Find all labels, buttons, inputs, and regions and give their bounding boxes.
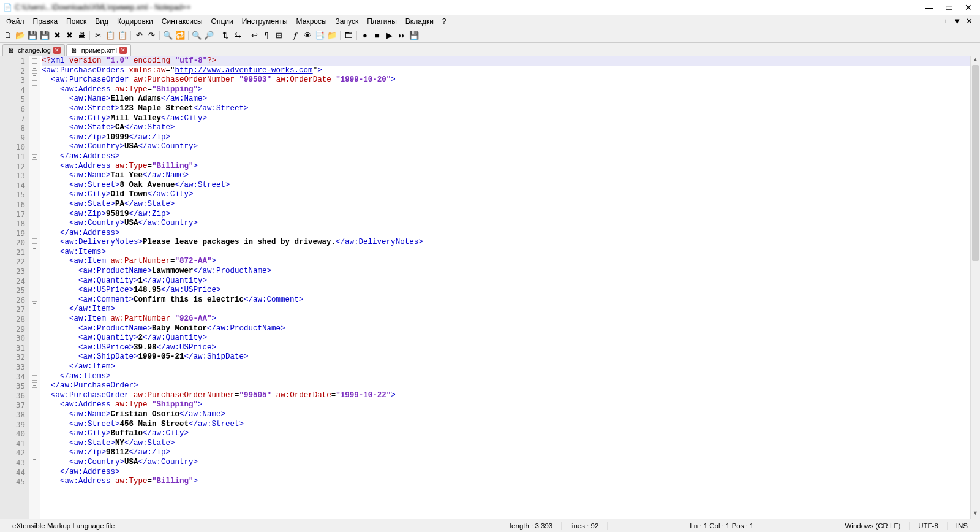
fold-toggle[interactable]: −: [32, 58, 37, 64]
fold-column[interactable]: −−−− − −− − −− −: [29, 56, 40, 519]
scroll-up-arrow[interactable]: ▲: [971, 56, 980, 65]
maximize-button[interactable]: ▭: [944, 3, 953, 12]
menu-файл[interactable]: Файл: [2, 16, 28, 27]
line-number[interactable]: 15: [0, 190, 25, 200]
menu-плагины[interactable]: Плагины: [363, 16, 401, 27]
new-file-icon[interactable]: 🗋: [2, 30, 13, 41]
line-number[interactable]: 27: [0, 305, 25, 314]
menu-опции[interactable]: Опции: [208, 16, 237, 27]
line-number[interactable]: 34: [0, 372, 25, 382]
menu-поиск[interactable]: Поиск: [62, 16, 90, 27]
copy-icon[interactable]: 📋: [105, 30, 116, 41]
code-line[interactable]: <aw:Name>Cristian Osorio</aw:Name>: [42, 410, 970, 420]
code-line[interactable]: <aw:Street>8 Oak Avenue</aw:Street>: [42, 181, 970, 191]
line-number[interactable]: 32: [0, 352, 25, 362]
line-number[interactable]: 12: [0, 162, 25, 172]
code-line[interactable]: <aw:USPrice>148.95</aw:USPrice>: [42, 286, 970, 295]
code-line[interactable]: </aw:Item>: [42, 305, 970, 314]
code-line[interactable]: <?xml version="1.0" encoding="utf-8"?>: [42, 56, 970, 66]
code-line[interactable]: <aw:City>Buffalo</aw:City>: [42, 429, 970, 439]
line-number[interactable]: 30: [0, 333, 25, 343]
code-line[interactable]: <aw:Item aw:PartNumber="872-AA">: [42, 257, 970, 267]
menu-синтаксисы[interactable]: Синтаксисы: [158, 16, 206, 27]
plus-icon[interactable]: +: [944, 17, 949, 26]
fold-toggle[interactable]: −: [32, 238, 37, 244]
fold-toggle[interactable]: −: [32, 80, 37, 86]
line-number[interactable]: 9: [0, 133, 25, 143]
record-macro-icon[interactable]: ●: [360, 30, 371, 41]
code-line[interactable]: </aw:Address>: [42, 229, 970, 238]
zoom-in-icon[interactable]: 🔍: [191, 30, 202, 41]
line-number[interactable]: 42: [0, 448, 25, 458]
line-number[interactable]: 31: [0, 343, 25, 353]
line-number[interactable]: 2: [0, 66, 25, 76]
tab-close-icon[interactable]: ✕: [119, 47, 127, 54]
code-line[interactable]: <aw:PurchaseOrders xmlns:aw="http://www.…: [42, 66, 970, 76]
close-icon[interactable]: ✖: [51, 30, 62, 41]
lang-icon[interactable]: 𝒇: [290, 30, 301, 41]
line-number[interactable]: 4: [0, 85, 25, 95]
code-line[interactable]: <aw:Address aw:Type="Billing">: [42, 477, 970, 487]
line-number[interactable]: 24: [0, 276, 25, 286]
undo-icon[interactable]: ↶: [134, 30, 145, 41]
print-icon[interactable]: 🖶: [76, 30, 87, 41]
code-line[interactable]: <aw:Name>Tai Yee</aw:Name>: [42, 171, 970, 181]
code-line[interactable]: <aw:State>NY</aw:State>: [42, 439, 970, 449]
line-number-gutter[interactable]: 1234567891011121314151617181920212223242…: [0, 56, 29, 519]
function-list-icon[interactable]: 📑: [314, 30, 325, 41]
close-window-button[interactable]: ✕: [964, 3, 973, 12]
save-icon[interactable]: 💾: [27, 30, 38, 41]
menu-инструменты[interactable]: Инструменты: [238, 16, 292, 27]
line-number[interactable]: 25: [0, 286, 25, 295]
code-line[interactable]: <aw:Country>USA</aw:Country>: [42, 142, 970, 152]
scroll-down-arrow[interactable]: ▼: [971, 510, 980, 519]
line-number[interactable]: 7: [0, 114, 25, 124]
fold-toggle[interactable]: −: [32, 154, 37, 160]
line-number[interactable]: 16: [0, 200, 25, 210]
minimize-button[interactable]: —: [925, 3, 933, 12]
save-macro-icon[interactable]: 💾: [409, 30, 420, 41]
code-line[interactable]: <aw:Quantity>1</aw:Quantity>: [42, 276, 970, 286]
code-line[interactable]: </aw:Address>: [42, 468, 970, 477]
menu-?[interactable]: ?: [439, 16, 450, 27]
code-line[interactable]: </aw:Items>: [42, 372, 970, 382]
code-line[interactable]: <aw:City>Old Town</aw:City>: [42, 190, 970, 200]
code-line[interactable]: </aw:Address>: [42, 152, 970, 162]
line-number[interactable]: 36: [0, 391, 25, 401]
status-eol[interactable]: Windows (CR LF): [837, 522, 910, 530]
code-line[interactable]: <aw:Address aw:Type="Shipping">: [42, 400, 970, 410]
line-number[interactable]: 35: [0, 381, 25, 391]
menu-вид[interactable]: Вид: [91, 16, 112, 27]
line-number[interactable]: 21: [0, 248, 25, 257]
fold-toggle[interactable]: −: [32, 73, 37, 78]
menu-кодировки[interactable]: Кодировки: [113, 16, 157, 27]
line-number[interactable]: 23: [0, 267, 25, 276]
fold-toggle[interactable]: −: [32, 301, 37, 306]
code-line[interactable]: <aw:Zip>10999</aw:Zip>: [42, 133, 970, 143]
line-number[interactable]: 13: [0, 171, 25, 181]
paste-icon[interactable]: 📋: [117, 30, 128, 41]
code-line[interactable]: <aw:Comment>Confirm this is electric</aw…: [42, 295, 970, 305]
code-line[interactable]: <aw:Item aw:PartNumber="926-AA">: [42, 314, 970, 324]
tab-close-icon[interactable]: ✕: [53, 47, 61, 54]
line-number[interactable]: 22: [0, 257, 25, 267]
line-number[interactable]: 29: [0, 324, 25, 334]
down-triangle-icon[interactable]: ▼: [953, 17, 961, 26]
line-number[interactable]: 17: [0, 210, 25, 219]
code-line[interactable]: <aw:ProductName>Baby Monitor</aw:Product…: [42, 324, 970, 334]
line-number[interactable]: 37: [0, 400, 25, 410]
code-line[interactable]: <aw:Quantity>2</aw:Quantity>: [42, 333, 970, 343]
redo-icon[interactable]: ↷: [146, 30, 157, 41]
code-line[interactable]: </aw:PurchaseOrder>: [42, 381, 970, 391]
code-area[interactable]: <?xml version="1.0" encoding="utf-8"?><a…: [40, 56, 970, 519]
zoom-out-icon[interactable]: 🔎: [203, 30, 214, 41]
line-number[interactable]: 14: [0, 181, 25, 191]
sync-v-icon[interactable]: ⇅: [220, 30, 231, 41]
save-all-icon[interactable]: 💾: [39, 30, 50, 41]
doc-map-icon[interactable]: 👁: [302, 30, 313, 41]
replace-icon[interactable]: 🔁: [175, 30, 186, 41]
line-number[interactable]: 39: [0, 420, 25, 430]
play-multi-icon[interactable]: ⏭: [396, 30, 407, 41]
find-icon[interactable]: 🔍: [162, 30, 173, 41]
code-line[interactable]: <aw:Address aw:Type="Billing">: [42, 162, 970, 172]
